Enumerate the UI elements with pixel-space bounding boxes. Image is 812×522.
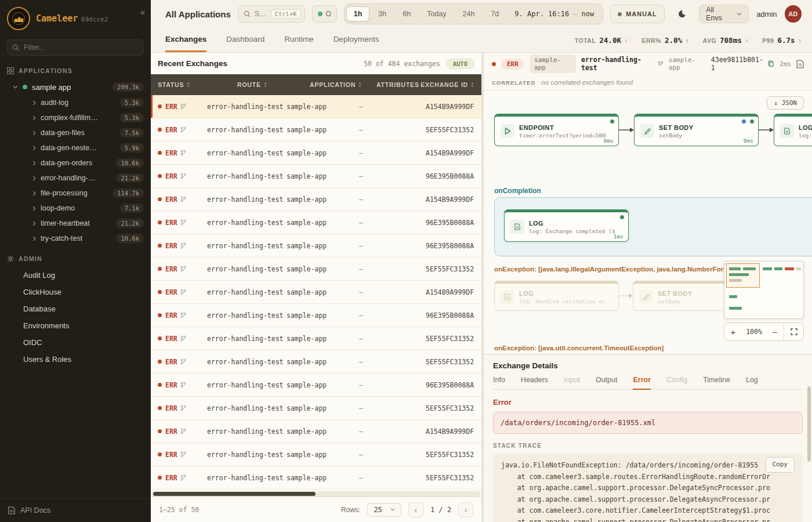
sidebar-admin-item[interactable]: Database [0,300,151,317]
detail-tab-label: Error [633,376,651,384]
dashed-arrow-icon [619,292,633,299]
status-label: ERR [165,195,177,204]
zoom-fit-button[interactable] [784,323,803,340]
sidebar-route-item[interactable]: complex-fulfillm… 5.3k [0,110,151,125]
table-row[interactable]: ERR error-handling-test sample-app — 5EF… [151,118,481,142]
sidebar-route-item[interactable]: data-gen-files 7.5k [0,125,151,140]
sidebar-route-item[interactable]: loop-demo 7.1k [0,201,151,216]
dark-mode-toggle[interactable] [672,4,691,24]
main-tab[interactable]: Exchanges [165,28,206,52]
exchange-id[interactable]: 43ee9811b801-1 [711,56,774,72]
time-range-button[interactable]: 24h [455,6,483,21]
auto-refresh-badge[interactable]: AUTO [446,59,474,69]
table-row[interactable]: ERR error-handling-test sample-app — 5EF… [151,350,481,374]
detail-tab[interactable]: Input [564,376,580,390]
sidebar-route-item[interactable]: data-gen-orders 10.6k [0,155,151,171]
copy-button[interactable]: Copy [766,457,795,473]
global-search[interactable]: S… Ctrl+K [238,5,305,23]
environment-select[interactable]: All Envs [699,5,749,23]
sidebar-admin-item[interactable]: Users & Roles [0,351,151,368]
main-tab[interactable]: Dashboard [226,28,264,52]
table-row[interactable]: ERR error-handling-test sample-app — 96E… [151,165,481,188]
table-row[interactable]: ERR error-handling-test sample-app — 96E… [151,304,481,327]
next-page-button[interactable]: › [458,502,473,517]
table-row[interactable]: ERR error-handling-test sample-app — 5EF… [151,258,481,281]
column-header[interactable]: EXCHANGE ID [420,81,474,88]
detail-tab[interactable]: Error [633,376,651,390]
time-range-button[interactable]: Today [419,6,454,21]
table-row[interactable]: ERR error-handling-test sample-app — 5EF… [151,466,481,490]
node-endpoint[interactable]: ENDPOINT timer:errorTest?period=5000&del… [494,114,619,146]
sidebar-route-item[interactable]: file-processing 114.7k [0,186,151,201]
sidebar-admin-item[interactable]: ClickHouse [0,284,151,300]
online-toggle[interactable]: O [312,5,337,23]
route-name[interactable]: error-handling-test [581,56,664,72]
zoom-out-button[interactable]: − [766,327,784,337]
node-subtitle: log: Exchange completed [${exchan [529,228,616,234]
table-row[interactable]: ERR error-handling-test sample-app — A15… [151,95,481,118]
zoom-in-button[interactable]: + [724,327,742,337]
main-tab[interactable]: Runtime [284,28,313,52]
column-header[interactable]: ATTRIBUTES [376,81,420,88]
detail-tab[interactable]: Output [596,376,618,390]
node-setbody[interactable]: SET BODY setBody 0ms [634,114,759,146]
detail-tab[interactable]: Log [746,376,758,390]
column-header[interactable]: APPLICATION [310,81,376,88]
rows-per-page-select[interactable]: 25 [367,503,401,517]
time-range-button[interactable]: 6h [395,6,418,21]
sidebar-route-item[interactable]: error-handling-… 21.2k [0,171,151,186]
attributes-cell: — [359,311,426,320]
table-row[interactable]: ERR error-handling-test sample-app — 5EF… [151,327,481,350]
download-json-button[interactable]: ↓ JSON [767,96,804,110]
column-header[interactable]: ROUTE [237,81,310,88]
table-row[interactable]: ERR error-handling-test sample-app — 5EF… [151,397,481,420]
application-chip[interactable]: sample-app [530,55,576,73]
sidebar-route-item[interactable]: timer-heartbeat 21.2k [0,216,151,231]
table-row[interactable]: ERR error-handling-test sample-app — 96E… [151,234,481,258]
sidebar-route-item[interactable]: try-catch-test 10.6k [0,231,151,246]
time-range-button[interactable]: 3h [371,6,394,21]
correlated-label: CORRELATED [492,79,535,86]
detail-tab[interactable]: Config [666,376,687,390]
time-range-button[interactable]: 7d [483,6,506,21]
route-branch-icon [180,289,186,295]
table-row[interactable]: ERR error-handling-test sample-app — A15… [151,281,481,304]
detail-tab[interactable]: Headers [521,376,548,390]
prev-page-button[interactable]: ‹ [408,502,423,517]
minimap-viewport[interactable] [726,263,760,288]
table-row[interactable]: ERR error-handling-test sample-app — 5EF… [151,443,481,466]
sidebar-admin-item[interactable]: OIDC [0,334,151,351]
stack-trace-block: java.io.FileNotFoundException: /data/ord… [493,454,803,522]
node-title: SET BODY [658,290,692,297]
filter-input[interactable] [7,39,144,56]
main-tab[interactable]: Deployments [334,28,379,52]
table-row[interactable]: ERR error-handling-test sample-app — A15… [151,142,481,165]
log-document-icon[interactable] [796,60,804,68]
time-range-button[interactable]: 1h [346,6,370,21]
table-row[interactable]: ERR error-handling-test sample-app — 96E… [151,374,481,397]
date-range-display[interactable]: 9. Apr. 16:16 – now [507,10,601,18]
sidebar-admin-item[interactable]: Audit Log [0,267,151,284]
sidebar-item-sample-app[interactable]: sample app 209.3k [0,79,151,95]
sidebar-route-item[interactable]: data-gen-neste… 5.9k [0,140,151,155]
node-oncompletion-log[interactable]: LOG log: Exchange completed [${exchan 1m… [504,209,629,242]
sidebar-admin-item[interactable]: Environments [0,317,151,334]
detail-tab[interactable]: Timeline [703,376,730,390]
route-diagram-canvas[interactable]: ↓ JSON ENDPOINT timer:errorTest?period=5… [484,90,812,354]
horizontal-scrollbar-thumb[interactable] [153,492,316,496]
vertical-scrollbar-thumb[interactable] [807,386,811,462]
table-row[interactable]: ERR error-handling-test sample-app — A15… [151,420,481,443]
horizontal-scrollbar[interactable] [152,491,480,496]
user-avatar[interactable]: AD [785,5,802,23]
manual-refresh-button[interactable]: MANUAL [610,5,665,23]
node-exception-log[interactable]: LOG log: Handled validation error: ${exc… [494,281,619,311]
table-row[interactable]: ERR error-handling-test sample-app — A15… [151,188,481,211]
diagram-minimap[interactable] [724,261,804,319]
sidebar-route-item[interactable]: audit-log 5.3k [0,95,151,110]
column-header[interactable]: STATUS [158,81,237,88]
sidebar-collapse-button[interactable]: « [140,7,145,17]
sidebar-api-docs[interactable]: API Docs [0,498,151,522]
detail-tab[interactable]: Info [493,376,505,390]
node-log[interactable]: LOG log: Sta [774,114,812,146]
table-row[interactable]: ERR error-handling-test sample-app — 96E… [151,211,481,234]
